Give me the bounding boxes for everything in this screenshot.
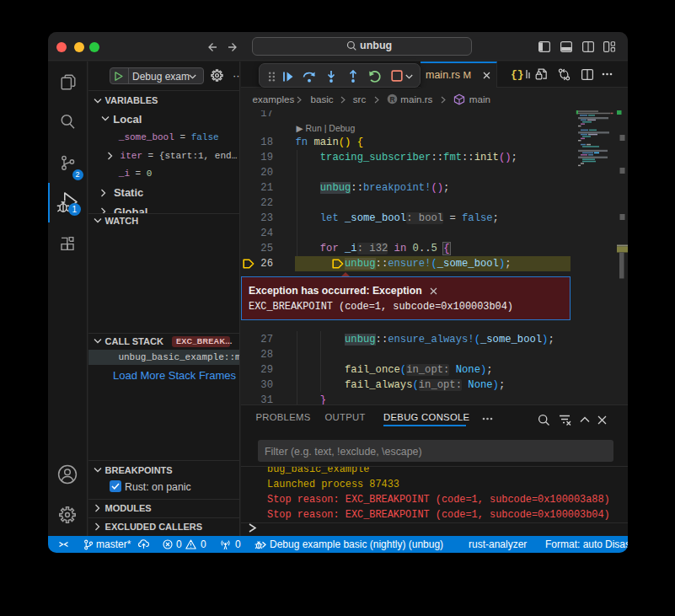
svg-text:R: R <box>389 95 394 104</box>
